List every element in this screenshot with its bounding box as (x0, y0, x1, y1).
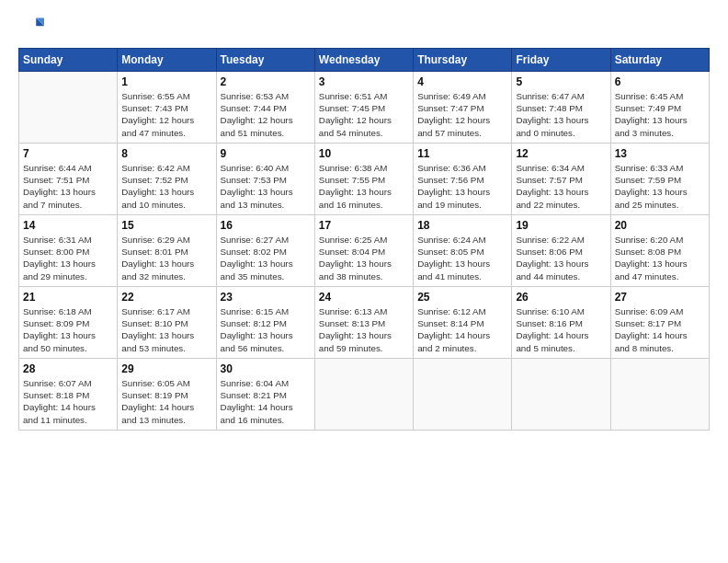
day-info: Sunrise: 6:07 AMSunset: 8:18 PMDaylight:… (23, 377, 113, 426)
day-info: Sunrise: 6:51 AMSunset: 7:45 PMDaylight:… (319, 90, 409, 139)
day-number: 18 (417, 219, 507, 232)
day-number: 12 (516, 147, 606, 160)
calendar-cell: 15Sunrise: 6:29 AMSunset: 8:01 PMDayligh… (118, 215, 216, 287)
calendar-cell: 12Sunrise: 6:34 AMSunset: 7:57 PMDayligh… (512, 144, 610, 215)
calendar-body: 1Sunrise: 6:55 AMSunset: 7:43 PMDaylight… (19, 72, 710, 431)
day-number: 7 (23, 147, 113, 160)
calendar-cell: 20Sunrise: 6:20 AMSunset: 8:08 PMDayligh… (610, 215, 709, 287)
calendar-cell: 21Sunrise: 6:18 AMSunset: 8:09 PMDayligh… (19, 287, 118, 359)
day-number: 26 (516, 291, 606, 304)
day-info: Sunrise: 6:24 AMSunset: 8:05 PMDaylight:… (417, 234, 507, 282)
calendar-cell: 6Sunrise: 6:45 AMSunset: 7:49 PMDaylight… (610, 72, 709, 144)
day-info: Sunrise: 6:17 AMSunset: 8:10 PMDaylight:… (121, 305, 211, 354)
day-number: 1 (121, 75, 211, 88)
day-info: Sunrise: 6:53 AMSunset: 7:44 PMDaylight:… (221, 90, 311, 139)
calendar-cell: 13Sunrise: 6:33 AMSunset: 7:59 PMDayligh… (610, 144, 709, 215)
calendar-cell: 1Sunrise: 6:55 AMSunset: 7:43 PMDaylight… (118, 72, 216, 144)
calendar-cell: 26Sunrise: 6:10 AMSunset: 8:16 PMDayligh… (512, 287, 610, 359)
day-info: Sunrise: 6:33 AMSunset: 7:59 PMDaylight:… (615, 162, 705, 211)
calendar-cell: 16Sunrise: 6:27 AMSunset: 8:02 PMDayligh… (216, 215, 314, 287)
calendar-cell (414, 359, 512, 431)
calendar-cell: 25Sunrise: 6:12 AMSunset: 8:14 PMDayligh… (414, 287, 512, 359)
calendar-cell: 9Sunrise: 6:40 AMSunset: 7:53 PMDaylight… (216, 144, 314, 215)
weekday-header-monday: Monday (118, 49, 216, 72)
weekday-header-friday: Friday (512, 49, 610, 72)
day-info: Sunrise: 6:29 AMSunset: 8:01 PMDaylight:… (121, 234, 211, 282)
day-info: Sunrise: 6:27 AMSunset: 8:02 PMDaylight:… (221, 234, 311, 282)
calendar-cell: 24Sunrise: 6:13 AMSunset: 8:13 PMDayligh… (314, 287, 413, 359)
calendar-cell: 19Sunrise: 6:22 AMSunset: 8:06 PMDayligh… (512, 215, 610, 287)
calendar-cell: 22Sunrise: 6:17 AMSunset: 8:10 PMDayligh… (118, 287, 216, 359)
day-number: 27 (615, 291, 705, 304)
logo-icon (18, 15, 44, 40)
day-info: Sunrise: 6:49 AMSunset: 7:47 PMDaylight:… (417, 90, 507, 139)
calendar-cell: 18Sunrise: 6:24 AMSunset: 8:05 PMDayligh… (414, 215, 512, 287)
day-info: Sunrise: 6:10 AMSunset: 8:16 PMDaylight:… (516, 305, 606, 354)
calendar-cell: 3Sunrise: 6:51 AMSunset: 7:45 PMDaylight… (314, 72, 413, 144)
day-number: 28 (23, 362, 113, 375)
day-number: 10 (319, 147, 409, 160)
day-number: 15 (121, 219, 211, 232)
day-info: Sunrise: 6:55 AMSunset: 7:43 PMDaylight:… (121, 90, 211, 139)
calendar-cell (610, 359, 709, 431)
calendar-cell: 7Sunrise: 6:44 AMSunset: 7:51 PMDaylight… (19, 144, 118, 215)
calendar-cell: 8Sunrise: 6:42 AMSunset: 7:52 PMDaylight… (118, 144, 216, 215)
day-info: Sunrise: 6:34 AMSunset: 7:57 PMDaylight:… (516, 162, 606, 211)
day-number: 3 (319, 75, 409, 88)
calendar-cell (19, 72, 118, 144)
day-number: 20 (615, 219, 705, 232)
weekday-header-sunday: Sunday (19, 49, 118, 72)
calendar-table: SundayMondayTuesdayWednesdayThursdayFrid… (18, 48, 710, 431)
weekday-header-saturday: Saturday (610, 49, 709, 72)
day-number: 21 (23, 291, 113, 304)
calendar-cell: 28Sunrise: 6:07 AMSunset: 8:18 PMDayligh… (19, 359, 118, 431)
calendar-cell: 30Sunrise: 6:04 AMSunset: 8:21 PMDayligh… (216, 359, 314, 431)
day-number: 23 (221, 291, 311, 304)
day-info: Sunrise: 6:44 AMSunset: 7:51 PMDaylight:… (23, 162, 113, 211)
calendar-cell: 14Sunrise: 6:31 AMSunset: 8:00 PMDayligh… (19, 215, 118, 287)
day-number: 30 (221, 362, 311, 375)
day-info: Sunrise: 6:45 AMSunset: 7:49 PMDaylight:… (615, 90, 705, 139)
day-info: Sunrise: 6:25 AMSunset: 8:04 PMDaylight:… (319, 234, 409, 282)
calendar-cell: 27Sunrise: 6:09 AMSunset: 8:17 PMDayligh… (610, 287, 709, 359)
day-info: Sunrise: 6:13 AMSunset: 8:13 PMDaylight:… (319, 305, 409, 354)
day-info: Sunrise: 6:09 AMSunset: 8:17 PMDaylight:… (615, 305, 705, 354)
weekday-header-thursday: Thursday (414, 49, 512, 72)
header (18, 15, 710, 40)
day-number: 8 (121, 147, 211, 160)
day-info: Sunrise: 6:42 AMSunset: 7:52 PMDaylight:… (121, 162, 211, 211)
calendar-week-2: 7Sunrise: 6:44 AMSunset: 7:51 PMDaylight… (19, 144, 710, 215)
day-number: 14 (23, 219, 113, 232)
day-number: 22 (121, 291, 211, 304)
weekday-row: SundayMondayTuesdayWednesdayThursdayFrid… (19, 49, 710, 72)
calendar-cell: 11Sunrise: 6:36 AMSunset: 7:56 PMDayligh… (414, 144, 512, 215)
calendar-cell: 17Sunrise: 6:25 AMSunset: 8:04 PMDayligh… (314, 215, 413, 287)
day-number: 24 (319, 291, 409, 304)
weekday-header-wednesday: Wednesday (314, 49, 413, 72)
calendar-week-5: 28Sunrise: 6:07 AMSunset: 8:18 PMDayligh… (19, 359, 710, 431)
day-info: Sunrise: 6:36 AMSunset: 7:56 PMDaylight:… (417, 162, 507, 211)
calendar-cell: 2Sunrise: 6:53 AMSunset: 7:44 PMDaylight… (216, 72, 314, 144)
day-info: Sunrise: 6:31 AMSunset: 8:00 PMDaylight:… (23, 234, 113, 282)
day-number: 4 (417, 75, 507, 88)
calendar-week-4: 21Sunrise: 6:18 AMSunset: 8:09 PMDayligh… (19, 287, 710, 359)
calendar-cell (314, 359, 413, 431)
logo (18, 15, 48, 40)
day-number: 16 (221, 219, 311, 232)
day-number: 19 (516, 219, 606, 232)
day-number: 2 (221, 75, 311, 88)
day-number: 6 (615, 75, 705, 88)
calendar-week-3: 14Sunrise: 6:31 AMSunset: 8:00 PMDayligh… (19, 215, 710, 287)
day-number: 11 (417, 147, 507, 160)
day-number: 17 (319, 219, 409, 232)
day-info: Sunrise: 6:04 AMSunset: 8:21 PMDaylight:… (221, 377, 311, 426)
calendar-cell (512, 359, 610, 431)
calendar-cell: 10Sunrise: 6:38 AMSunset: 7:55 PMDayligh… (314, 144, 413, 215)
day-info: Sunrise: 6:12 AMSunset: 8:14 PMDaylight:… (417, 305, 507, 354)
weekday-header-tuesday: Tuesday (216, 49, 314, 72)
calendar-header: SundayMondayTuesdayWednesdayThursdayFrid… (19, 49, 710, 72)
day-number: 5 (516, 75, 606, 88)
calendar-cell: 23Sunrise: 6:15 AMSunset: 8:12 PMDayligh… (216, 287, 314, 359)
calendar-cell: 4Sunrise: 6:49 AMSunset: 7:47 PMDaylight… (414, 72, 512, 144)
calendar-cell: 29Sunrise: 6:05 AMSunset: 8:19 PMDayligh… (118, 359, 216, 431)
